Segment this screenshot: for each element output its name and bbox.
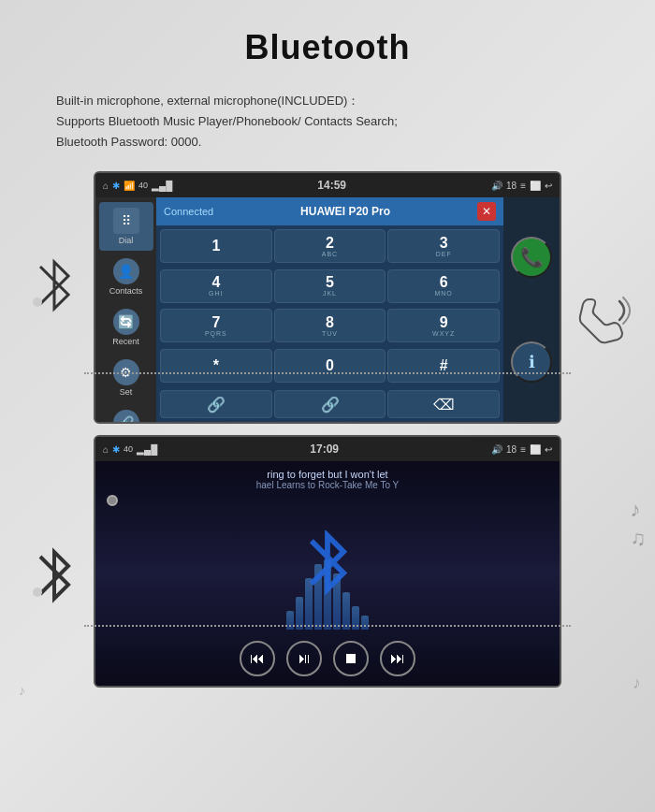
- key-0-main: 0: [326, 358, 334, 373]
- key-3[interactable]: 3 DEF: [387, 229, 500, 263]
- backspace-icon: ⌫: [433, 396, 455, 413]
- dial-time: 14:59: [317, 179, 346, 192]
- window-icon: ⬜: [530, 181, 541, 191]
- music-bt-icon: ✱: [112, 444, 120, 455]
- dial-grid-icon: ⠿: [113, 208, 139, 234]
- key-2-main: 2: [326, 236, 334, 251]
- connected-label: Connected: [164, 206, 213, 217]
- music-status-left: ⌂ ✱ 40 ▂▄█: [103, 444, 157, 455]
- track-line2: hael Learns to Rock-Take Me To Y: [152, 480, 503, 490]
- screens-wrapper: ⌂ ✱ 📶 40 ▂▄█ 14:59 🔊 18 ≡ ⬜ ↩: [94, 171, 561, 699]
- prev-button[interactable]: ⏮: [240, 641, 275, 676]
- key-6-sub: MNO: [434, 290, 452, 297]
- music-status-bar: ⌂ ✱ 40 ▂▄█ 17:09 🔊 18 ≡ ⬜ ↩: [95, 437, 560, 461]
- key-2[interactable]: 2 ABC: [274, 229, 386, 263]
- sidebar-item-recent[interactable]: 🔄 Recent: [99, 303, 153, 352]
- music-back-icon: ↩: [545, 444, 552, 455]
- sidebar-contacts-label: Contacts: [109, 286, 143, 296]
- key-4-main: 4: [211, 275, 220, 290]
- sidebar-recent-label: Recent: [112, 337, 139, 346]
- track-line1: ring to forget but I won't let: [152, 469, 503, 480]
- dial-status-bar: ⌂ ✱ 📶 40 ▂▄█ 14:59 🔊 18 ≡ ⬜ ↩: [95, 173, 560, 197]
- key-8[interactable]: 8 TUV: [274, 309, 386, 342]
- sidebar-item-contacts[interactable]: 👤 Contacts: [99, 253, 153, 301]
- menu-icon: ≡: [520, 181, 526, 191]
- stop-button[interactable]: ⏹: [333, 641, 369, 676]
- music-time: 17:09: [310, 442, 339, 456]
- music-menu-icon: ≡: [520, 444, 526, 455]
- close-connection-button[interactable]: ✕: [477, 202, 496, 221]
- sidebar-dial-label: Dial: [119, 236, 134, 245]
- desc-line3: Bluetooth Password: 0000.: [56, 132, 599, 152]
- key-9-main: 9: [440, 315, 448, 330]
- dial-main-area: Connected HUAWEI P20 Pro ✕ 1 2 ABC: [156, 197, 503, 422]
- volume-icon: 🔊: [491, 181, 502, 191]
- music-signal-bars: ▂▄█: [137, 444, 157, 455]
- key-7[interactable]: 7 PQRS: [160, 309, 272, 342]
- music-screen-container: ⌂ ✱ 40 ▂▄█ 17:09 🔊 18 ≡ ⬜ ↩ ring: [94, 435, 561, 688]
- music-bt-logo: [295, 530, 360, 609]
- key-6[interactable]: 6 MNO: [387, 269, 500, 303]
- svg-point-0: [33, 297, 42, 307]
- next-button[interactable]: ⏭: [380, 641, 415, 676]
- key-link2[interactable]: 🔗: [274, 390, 386, 418]
- bluetooth-icon-left-bottom: [26, 543, 82, 608]
- info-button[interactable]: ℹ: [511, 341, 552, 383]
- music-battery-num: 18: [506, 444, 517, 455]
- status-left: ⌂ ✱ 📶 40 ▂▄█: [103, 181, 172, 191]
- key-4[interactable]: 4 GHI: [160, 269, 272, 303]
- key-5[interactable]: 5 JKL: [274, 269, 386, 303]
- key-star[interactable]: *: [160, 349, 272, 383]
- music-note-deco-right-bottom: ♪: [633, 674, 641, 693]
- connected-bar: Connected HUAWEI P20 Pro ✕: [156, 197, 503, 225]
- recent-icon: 🔄: [113, 309, 139, 335]
- key-backspace[interactable]: ⌫: [387, 390, 500, 418]
- key-8-sub: TUV: [322, 330, 338, 337]
- title-section: Bluetooth: [0, 0, 655, 81]
- svg-point-1: [33, 587, 42, 597]
- sidebar-item-set[interactable]: ⚙ Set: [99, 354, 153, 402]
- key-6-main: 6: [440, 275, 448, 290]
- device-name: HUAWEI P20 Pro: [300, 205, 390, 218]
- dotted-line-top: [84, 372, 571, 374]
- dial-screen-body: ⠿ Dial 👤 Contacts 🔄 Recent ⚙ Set: [95, 197, 560, 422]
- signal-icon: 📶: [124, 181, 135, 191]
- dotted-line-bottom: [84, 625, 571, 627]
- music-status-right: 🔊 18 ≡ ⬜ ↩: [491, 444, 552, 455]
- music-screen-body: ring to forget but I won't let hael Lear…: [95, 461, 560, 686]
- key-4-sub: GHI: [209, 290, 223, 297]
- call-button[interactable]: 📞: [511, 237, 552, 278]
- key-link1[interactable]: 🔗: [160, 390, 272, 418]
- desc-line2: Supports Bluetooth Music Player/Phoneboo…: [56, 111, 599, 132]
- key-hash[interactable]: #: [387, 349, 500, 383]
- contacts-icon: 👤: [113, 258, 139, 284]
- dial-screen-container: ⌂ ✱ 📶 40 ▂▄█ 14:59 🔊 18 ≡ ⬜ ↩: [94, 171, 561, 424]
- battery-num: 18: [506, 181, 517, 191]
- play-pause-button[interactable]: ⏯: [286, 641, 322, 676]
- key-1-main: 1: [211, 239, 220, 254]
- link1-icon: 🔗: [207, 396, 226, 413]
- key-1[interactable]: 1: [160, 229, 272, 263]
- dial-sidebar: ⠿ Dial 👤 Contacts 🔄 Recent ⚙ Set: [95, 197, 156, 422]
- key-0[interactable]: 0: [274, 349, 386, 383]
- signal-icon2: 40: [138, 181, 148, 190]
- page-title: Bluetooth: [0, 28, 655, 67]
- signal-bars: ▂▄█: [152, 181, 172, 191]
- bluetooth-icon-left-top: [26, 253, 82, 318]
- sidebar-item-dial[interactable]: ⠿ Dial: [99, 202, 153, 251]
- music-dot-indicator: [107, 495, 118, 506]
- key-star-main: *: [213, 358, 219, 373]
- music-home-icon: ⌂: [103, 444, 109, 455]
- phone-icon-right: [571, 290, 636, 355]
- key-7-main: 7: [211, 315, 220, 330]
- key-9[interactable]: 9 WXYZ: [387, 309, 500, 342]
- vis-bar-1: [286, 611, 294, 630]
- sidebar-item-link[interactable]: 🔗 Link: [99, 404, 153, 424]
- key-5-main: 5: [326, 275, 334, 290]
- page-container: Bluetooth Built-in microphone, external …: [0, 0, 655, 812]
- dial-right-panel: 📞 ℹ: [503, 197, 560, 422]
- music-volume-icon: 🔊: [491, 444, 502, 455]
- music-controls: ⏮ ⏯ ⏹ ⏭: [240, 641, 415, 676]
- status-right: 🔊 18 ≡ ⬜ ↩: [491, 181, 552, 191]
- link2-icon: 🔗: [321, 396, 340, 413]
